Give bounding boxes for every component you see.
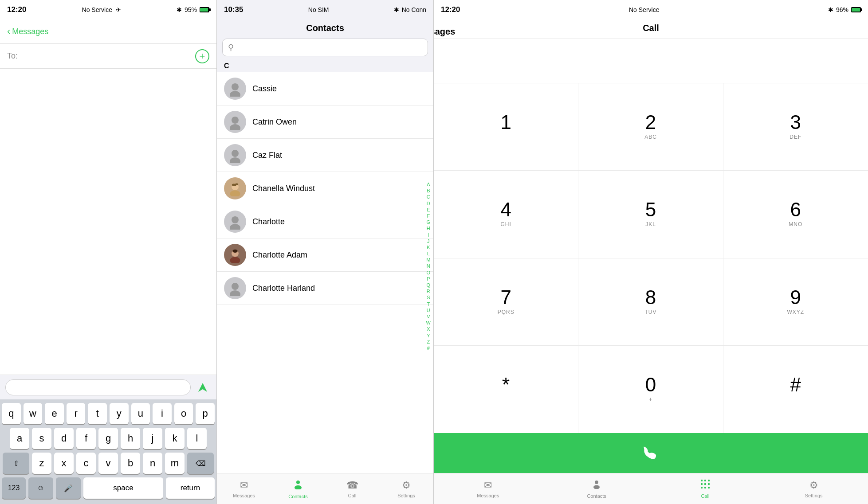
emoji-key[interactable]: ☺ — [28, 477, 53, 499]
key-u[interactable]: u — [131, 403, 150, 424]
tab-call-label-call: Call — [701, 493, 709, 499]
tab-messages-call[interactable]: ✉ Messages — [434, 473, 542, 504]
return-key[interactable]: return — [166, 477, 215, 499]
dial-key-4[interactable]: 4 GHI — [434, 171, 578, 258]
search-bar[interactable]: ⚲ — [222, 39, 428, 56]
contact-charlotte-adam[interactable]: Charlotte Adam — [217, 238, 433, 272]
alpha-R[interactable]: R — [426, 289, 431, 294]
space-key[interactable]: space — [83, 477, 163, 499]
contact-charlotte[interactable]: Charlotte — [217, 205, 433, 238]
key-g[interactable]: g — [98, 428, 118, 449]
key-t[interactable]: t — [88, 403, 107, 424]
key-x[interactable]: x — [54, 453, 74, 474]
dial-key-8[interactable]: 8 TUV — [578, 258, 723, 346]
alpha-O[interactable]: O — [426, 270, 432, 276]
key-q[interactable]: q — [2, 403, 21, 424]
call-button[interactable] — [434, 433, 868, 473]
alpha-G[interactable]: G — [426, 219, 432, 225]
alpha-I[interactable]: I — [427, 232, 430, 238]
alpha-X[interactable]: X — [426, 326, 431, 332]
dial-key-7[interactable]: 7 PQRS — [434, 258, 578, 346]
dial-key-star[interactable]: * — [434, 346, 578, 433]
dial-key-1[interactable]: 1 — [434, 83, 578, 171]
tab-settings-label-call: Settings — [805, 493, 823, 498]
key-a[interactable]: a — [10, 428, 29, 449]
message-input[interactable] — [5, 379, 191, 395]
alpha-E[interactable]: E — [426, 207, 431, 213]
alpha-A[interactable]: A — [426, 182, 431, 188]
key-k[interactable]: k — [165, 428, 185, 449]
contact-caz-flat[interactable]: Caz Flat — [217, 139, 433, 172]
alpha-hash[interactable]: # — [426, 345, 431, 351]
key-r[interactable]: r — [67, 403, 86, 424]
shift-key[interactable]: ⇧ — [3, 453, 29, 474]
mic-key[interactable]: 🎤 — [56, 477, 81, 499]
alpha-V[interactable]: V — [426, 314, 431, 320]
send-button[interactable] — [194, 379, 211, 396]
add-recipient-button[interactable]: + — [195, 49, 209, 63]
alpha-T[interactable]: T — [426, 301, 431, 307]
dial-key-3[interactable]: 3 DEF — [723, 83, 868, 171]
key-b[interactable]: b — [121, 453, 140, 474]
tab-call-contacts[interactable]: ☎ Call — [325, 473, 379, 504]
contact-chanella-windust[interactable]: Chanella Windust — [217, 172, 433, 205]
alpha-D[interactable]: D — [426, 201, 431, 207]
key-i[interactable]: i — [153, 403, 172, 424]
alpha-F[interactable]: F — [426, 213, 431, 219]
alpha-Y[interactable]: Y — [426, 332, 431, 338]
backspace-key[interactable]: ⌫ — [187, 453, 214, 474]
dial-letters-5: JKL — [645, 221, 656, 228]
numbers-key[interactable]: 123 — [2, 477, 26, 499]
alpha-J[interactable]: J — [426, 238, 431, 244]
alpha-W[interactable]: W — [425, 320, 432, 326]
alpha-B[interactable]: B — [426, 188, 431, 194]
contact-catrin-owen[interactable]: Catrin Owen — [217, 105, 433, 139]
contact-cassie[interactable]: Cassie — [217, 72, 433, 105]
tab-settings-call[interactable]: ⚙ Settings — [759, 473, 868, 504]
battery-messages: 95% — [185, 6, 197, 13]
key-h[interactable]: h — [121, 428, 140, 449]
dial-number-2: 2 — [645, 113, 656, 132]
alpha-S[interactable]: S — [426, 295, 431, 301]
search-input[interactable] — [237, 43, 422, 51]
tab-settings-contacts[interactable]: ⚙ Settings — [379, 473, 433, 504]
alpha-K[interactable]: K — [426, 245, 431, 250]
key-p[interactable]: p — [196, 403, 215, 424]
key-m[interactable]: m — [165, 453, 185, 474]
alpha-L[interactable]: L — [426, 251, 431, 257]
key-n[interactable]: n — [143, 453, 162, 474]
key-c[interactable]: c — [76, 453, 96, 474]
key-f[interactable]: f — [76, 428, 96, 449]
key-l[interactable]: l — [187, 428, 207, 449]
key-j[interactable]: j — [143, 428, 162, 449]
key-e[interactable]: e — [45, 403, 64, 424]
key-d[interactable]: d — [54, 428, 74, 449]
alpha-M[interactable]: M — [425, 257, 431, 263]
key-s[interactable]: s — [32, 428, 51, 449]
dial-key-0[interactable]: 0 + — [578, 346, 723, 433]
alpha-Q[interactable]: Q — [426, 282, 432, 288]
key-v[interactable]: v — [98, 453, 118, 474]
contact-charlotte-harland[interactable]: Charlotte Harland — [217, 272, 433, 305]
key-y[interactable]: y — [110, 403, 129, 424]
key-w[interactable]: w — [24, 403, 43, 424]
alpha-H[interactable]: H — [426, 226, 431, 231]
alpha-P[interactable]: P — [426, 276, 431, 282]
tab-contacts-contacts[interactable]: Contacts — [271, 473, 325, 504]
alpha-U[interactable]: U — [426, 308, 431, 313]
dial-key-5[interactable]: 5 JKL — [578, 171, 723, 258]
key-o[interactable]: o — [174, 403, 193, 424]
to-input[interactable] — [21, 51, 195, 61]
alpha-Z[interactable]: Z — [426, 339, 431, 345]
tab-messages-contacts[interactable]: ✉ Messages — [217, 473, 271, 504]
dial-key-6[interactable]: 6 MNO — [723, 171, 868, 258]
alpha-N[interactable]: N — [426, 263, 431, 269]
back-button-messages[interactable]: ‹ Messages — [7, 26, 48, 37]
tab-contacts-call[interactable]: Contacts — [542, 473, 651, 504]
dial-key-9[interactable]: 9 WXYZ — [723, 258, 868, 346]
key-z[interactable]: z — [32, 453, 51, 474]
alpha-C[interactable]: C — [426, 194, 431, 200]
tab-call-call[interactable]: Call — [651, 473, 760, 504]
dial-key-hash[interactable]: # — [723, 346, 868, 433]
dial-key-2[interactable]: 2 ABC — [578, 83, 723, 171]
